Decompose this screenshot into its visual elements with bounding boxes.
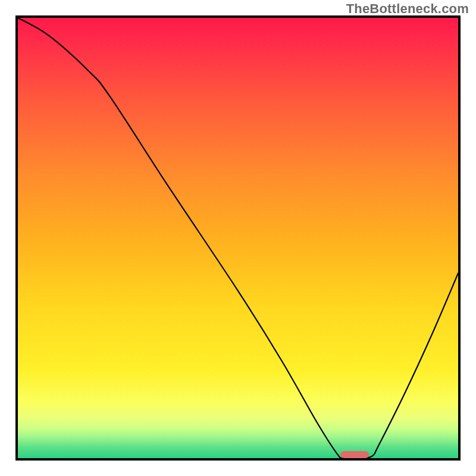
watermark-text: TheBottleneck.com bbox=[346, 1, 469, 17]
chart-container: TheBottleneck.com bbox=[0, 0, 476, 476]
chart-frame bbox=[15, 15, 461, 461]
curve-layer bbox=[18, 18, 458, 458]
bottleneck-curve bbox=[18, 18, 458, 458]
optimal-point-marker bbox=[340, 451, 369, 458]
